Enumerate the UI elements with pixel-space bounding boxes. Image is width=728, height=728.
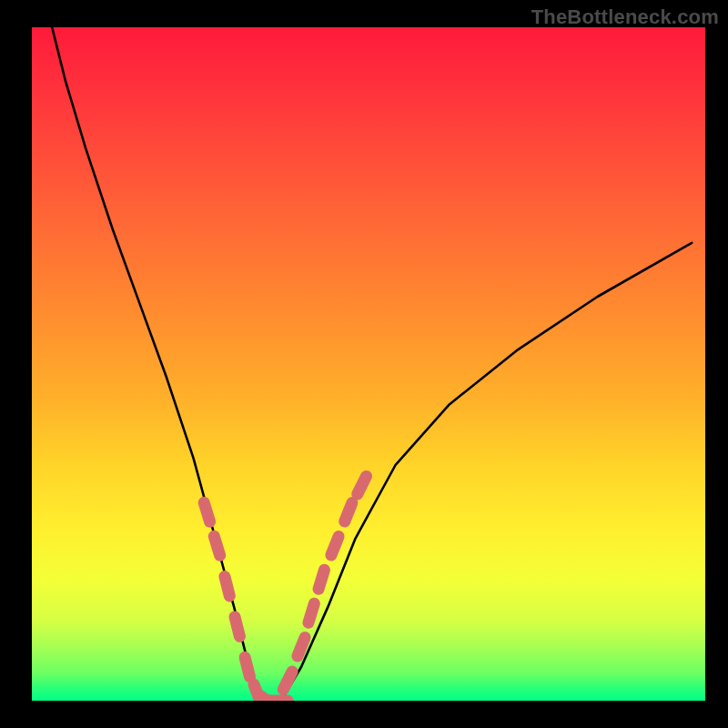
curve-marker <box>318 570 324 589</box>
curve-marker <box>235 617 239 636</box>
curve-marker <box>245 657 249 676</box>
chart-frame: TheBottleneck.com <box>0 0 728 728</box>
curve-marker <box>345 503 352 521</box>
curve-marker <box>283 672 292 690</box>
plot-area <box>32 27 705 701</box>
curve-marker <box>214 536 219 555</box>
watermark-text: TheBottleneck.com <box>531 5 719 29</box>
curve-marker <box>308 603 314 622</box>
bottleneck-curve <box>52 27 692 701</box>
curve-marker <box>358 476 367 494</box>
curve-marker <box>225 577 229 596</box>
curve-marker <box>331 537 339 555</box>
curve-svg <box>32 27 705 701</box>
curve-marker <box>298 638 305 656</box>
curve-marker <box>204 502 209 521</box>
